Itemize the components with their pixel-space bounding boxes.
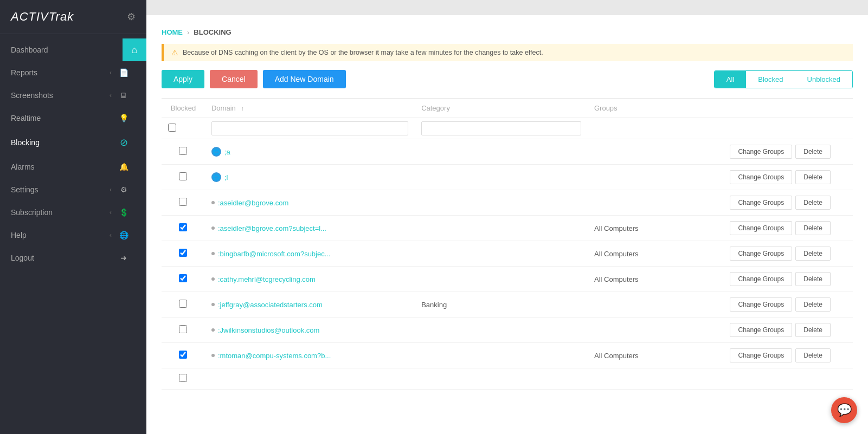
add-domain-button[interactable]: Add New Domain [263, 70, 346, 88]
change-groups-button[interactable]: Change Groups [730, 145, 792, 159]
domain-sort-icon[interactable]: ↑ [241, 105, 244, 112]
blocked-checkbox[interactable] [179, 351, 187, 359]
domain-link[interactable]: :jeffgray@associatedstarters.com [211, 301, 408, 309]
actions-cell: Change GroupsDelete [723, 216, 853, 241]
domain-link[interactable]: 🌐;a [211, 147, 408, 157]
sidebar-item-help[interactable]: Help ‹ 🌐 [0, 224, 146, 247]
blocked-checkbox[interactable] [179, 223, 187, 231]
sidebar-item-logout[interactable]: Logout ➜ [0, 247, 146, 269]
change-groups-button[interactable]: Change Groups [730, 272, 792, 286]
change-groups-button[interactable]: Change Groups [730, 348, 792, 362]
actions-cell: Change GroupsDelete [723, 292, 853, 317]
blocked-checkbox[interactable] [179, 374, 187, 382]
change-groups-button[interactable]: Change Groups [730, 196, 792, 210]
delete-button[interactable]: Delete [795, 170, 831, 184]
blocked-cell [162, 267, 205, 292]
domain-cell [205, 368, 415, 390]
actions-cell: Change GroupsDelete [723, 241, 853, 266]
groups-cell: All Computers [588, 343, 724, 368]
blocked-checkbox[interactable] [179, 198, 187, 206]
domain-link[interactable]: :Jwilkinsonstudios@outlook.com [211, 326, 408, 334]
filter-domain-input[interactable] [211, 121, 408, 135]
delete-button[interactable]: Delete [795, 323, 831, 337]
blocked-checkbox[interactable] [179, 147, 187, 155]
gear-icon[interactable]: ⚙ [127, 11, 136, 23]
delete-button[interactable]: Delete [795, 145, 831, 159]
col-header-domain: Domain ↑ [205, 99, 415, 118]
domain-link[interactable]: :aseidler@bgrove.com?subject=l... [211, 224, 408, 232]
table-row: 🌐;lChange GroupsDelete [162, 165, 853, 190]
blocked-checkbox[interactable] [179, 172, 187, 180]
blocked-cell [162, 241, 205, 267]
domain-text: :Jwilkinsonstudios@outlook.com [218, 326, 319, 334]
sidebar-item-settings[interactable]: Settings ‹ ⚙ [0, 178, 146, 201]
breadcrumb-home[interactable]: HOME [162, 28, 183, 36]
change-groups-button[interactable]: Change Groups [730, 221, 792, 235]
table-row: :aseidler@bgrove.com?subject=l...All Com… [162, 216, 853, 241]
filter-unblocked-button[interactable]: Unblocked [795, 71, 852, 88]
groups-cell [588, 292, 724, 318]
domain-dot-icon [211, 226, 215, 230]
delete-button[interactable]: Delete [795, 272, 831, 286]
sidebar-item-blocking[interactable]: Blocking ⊘ [0, 129, 146, 156]
domain-text: :aseidler@bgrove.com [218, 199, 288, 207]
domain-link[interactable]: :mtoman@compu-systems.com?b... [211, 352, 408, 360]
change-groups-button[interactable]: Change Groups [730, 323, 792, 337]
table-row: :aseidler@bgrove.comChange GroupsDelete [162, 190, 853, 216]
alarms-icon: 🔔 [112, 163, 136, 171]
blocked-cell [162, 343, 205, 368]
settings-icon: ⚙ [112, 185, 136, 194]
change-groups-button[interactable]: Change Groups [730, 170, 792, 184]
domain-cell: :cathy.mehrl@tcgrecycling.com [205, 267, 415, 292]
filter-blocked-button[interactable]: Blocked [746, 71, 795, 88]
delete-button[interactable]: Delete [795, 221, 831, 235]
cancel-button[interactable]: Cancel [210, 70, 258, 88]
apply-button[interactable]: Apply [162, 70, 204, 88]
sidebar-label-dashboard: Dashboard [11, 46, 136, 54]
domain-link[interactable]: :cathy.mehrl@tcgrecycling.com [211, 275, 408, 283]
sidebar-label-subscription: Subscription [11, 208, 110, 217]
filter-domain-cell [205, 118, 415, 139]
domain-link[interactable]: 🌐;l [211, 172, 408, 182]
sidebar-nav: Dashboard ⌂ Reports ‹ 📄 Screenshots ‹ 🖥 … [0, 34, 146, 434]
breadcrumb-separator: › [187, 28, 189, 36]
actions-cell: Change GroupsDelete [723, 139, 853, 164]
blocked-checkbox[interactable] [179, 325, 187, 333]
change-groups-button[interactable]: Change Groups [730, 297, 792, 312]
sidebar-item-subscription[interactable]: Subscription ‹ 💲 [0, 201, 146, 224]
blocked-checkbox[interactable] [179, 249, 187, 257]
delete-button[interactable]: Delete [795, 247, 831, 261]
sidebar-label-blocking: Blocking [11, 138, 112, 147]
change-groups-button[interactable]: Change Groups [730, 247, 792, 261]
toolbar: Apply Cancel Add New Domain All Blocked … [162, 70, 853, 88]
table-row [162, 368, 853, 390]
sidebar-label-alarms: Alarms [11, 163, 112, 171]
sidebar-item-screenshots[interactable]: Screenshots ‹ 🖥 [0, 84, 146, 107]
sidebar-item-reports[interactable]: Reports ‹ 📄 [0, 61, 146, 84]
sidebar-item-realtime[interactable]: Realtime 💡 [0, 107, 146, 129]
domain-text: ;l [224, 173, 228, 182]
filter-all-button[interactable]: All [715, 71, 746, 88]
logo-text-italic: Trak [49, 10, 74, 23]
domain-link[interactable]: :bingbarfb@microsoft.com?subjec... [211, 250, 408, 258]
domain-text: ;a [224, 148, 230, 156]
delete-button[interactable]: Delete [795, 348, 831, 362]
filter-actions-cell [723, 118, 853, 139]
blocked-checkbox[interactable] [179, 300, 187, 308]
sidebar-item-alarms[interactable]: Alarms 🔔 [0, 156, 146, 178]
blocked-checkbox[interactable] [179, 274, 187, 282]
blocking-table-wrapper: Blocked Domain ↑ Category Groups [162, 98, 853, 390]
domain-link[interactable]: :aseidler@bgrove.com [211, 199, 408, 207]
sidebar-label-reports: Reports [11, 68, 110, 77]
groups-cell [588, 165, 724, 190]
groups-cell: All Computers [588, 216, 724, 241]
category-cell [415, 241, 588, 267]
delete-button[interactable]: Delete [795, 297, 831, 312]
delete-button[interactable]: Delete [795, 196, 831, 210]
filter-category-input[interactable] [421, 121, 581, 135]
chat-bubble[interactable]: 💬 [831, 397, 857, 423]
category-cell [415, 216, 588, 241]
filter-blocked-checkbox[interactable] [168, 124, 176, 132]
sidebar-item-dashboard[interactable]: Dashboard ⌂ [0, 38, 146, 61]
sidebar: ACTIVTrak ⚙ Dashboard ⌂ Reports ‹ 📄 Scre… [0, 0, 146, 434]
